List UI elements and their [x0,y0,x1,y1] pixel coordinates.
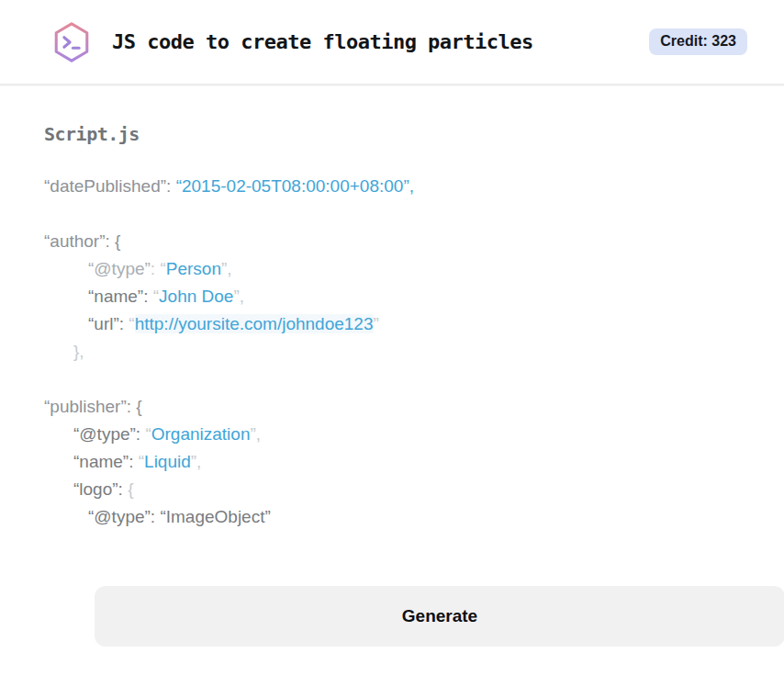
code-token: ”, [221,259,232,278]
code-token: : [136,424,146,444]
code-line: “@type”: “Person”, [44,255,740,283]
code-token: “@type”: “ImageObject” [88,507,271,526]
code-token: “datePublished” [44,176,166,196]
code-token: : { [127,397,142,416]
code-token: “url” [88,314,119,333]
code-line [44,200,740,228]
code-token: Organization [151,424,251,444]
generate-button[interactable]: Generate [95,586,784,647]
code-token: “@type” [88,259,151,278]
code-token: “@type” [73,424,136,444]
code-token: “logo” [73,479,118,499]
code-token: : [166,176,176,196]
code-token: : [129,452,139,471]
code-token: “publisher” [44,397,127,416]
code-line: “url”: “http://yoursite.com/johndoe123” [44,310,740,338]
code-token: }, [73,342,84,361]
code-line: “name”: “Liquid”, [44,448,740,476]
code-token: ” [374,314,379,333]
code-line: “@type”: “Organization”, [44,421,740,448]
code-line: “logo”: { [44,476,740,503]
code-token: “author” [44,231,106,251]
code-block: “datePublished”: “2015-02-05T08:00:00+08… [44,173,740,531]
code-token: Liquid [144,452,191,471]
code-line: “@type”: “ImageObject” [44,503,740,531]
code-token: “name” [73,452,129,471]
code-token: : { [106,231,121,251]
code-token: : [118,479,129,499]
code-token: : [119,314,129,333]
main-content: Script.js “datePublished”: “2015-02-05T0… [0,85,784,647]
code-token: ”, [233,287,244,306]
code-line: “author”: { [44,228,740,255]
code-token: : [143,287,153,306]
code-line: “name”: “John Doe”, [44,283,740,310]
code-token: ”, [250,424,261,444]
code-token: http://yoursite.com/johndoe123 [135,314,374,333]
code-token: { [128,479,133,499]
code-token: “ [129,314,134,333]
code-token: Person [166,259,221,278]
page-title: JS code to create floating particles [112,30,533,53]
code-line: “datePublished”: “2015-02-05T08:00:00+08… [44,173,740,200]
code-token: : [151,259,161,278]
terminal-prompt-hexagon-icon [50,20,93,64]
credit-badge: Credit: 323 [649,28,747,55]
code-line: }, [44,338,740,366]
code-token: “2015-02-05T08:00:00+08:00”, [176,176,414,196]
code-token: ”, [191,452,202,471]
file-title: Script.js [44,85,740,145]
header: JS code to create floating particles Cre… [0,0,784,85]
code-line: “publisher”: { [44,393,740,421]
code-token: “name” [88,287,143,306]
code-token: John Doe [159,287,233,306]
code-line [44,366,740,393]
